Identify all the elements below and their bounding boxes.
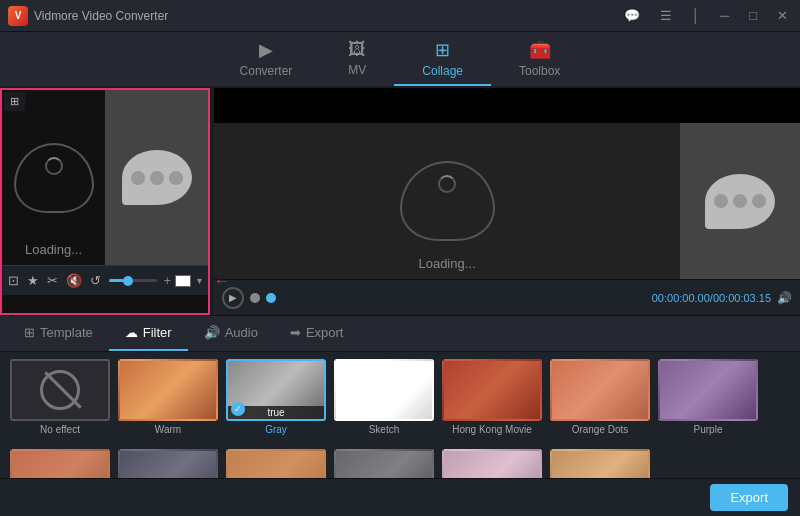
tab-collage[interactable]: ⊞ Collage (394, 32, 491, 86)
filter-r2-1[interactable] (6, 446, 114, 478)
filter-label-orange: Orange Dots (572, 424, 629, 435)
title-bar: V Vidmore Video Converter 💬 ☰ │ ─ □ ✕ (0, 0, 800, 32)
progress-dot-1 (250, 293, 260, 303)
menu-icon[interactable]: ☰ (656, 6, 676, 25)
tab-mv-label: MV (348, 63, 366, 77)
filter-orange-dots[interactable]: Orange Dots (546, 356, 654, 438)
strip-tab-audio-label: Audio (225, 325, 258, 340)
right-left-pane: Loading... (214, 123, 680, 279)
export-strip-icon: ➡ (290, 325, 301, 340)
rotate-icon[interactable]: ↺ (88, 272, 103, 289)
filter-label-purple: Purple (694, 424, 723, 435)
bubble-dot-2 (150, 171, 164, 185)
mv-icon: 🖼 (348, 39, 366, 60)
right-controls: ▶ 00:00:00.00/00:00:03.15 🔊 (214, 279, 800, 315)
tab-collage-label: Collage (422, 64, 463, 78)
filter-thumb-r2-2 (118, 449, 218, 478)
filter-label-warm: Warm (155, 424, 181, 435)
filter-thumb-r2-5 (442, 449, 542, 478)
right-video-main: Loading... (214, 123, 800, 279)
filter-label-sketch: Sketch (369, 424, 400, 435)
filter-purple[interactable]: Purple (654, 356, 762, 438)
loading-text-left: Loading... (25, 242, 82, 257)
filter-label-gray: Gray (265, 424, 287, 435)
red-arrow: ← (214, 272, 230, 290)
strip-tab-audio[interactable]: 🔊 Audio (188, 316, 274, 351)
close-button[interactable]: ✕ (773, 6, 792, 25)
volume-right-icon[interactable]: 🔊 (777, 291, 792, 305)
filter-hk-movie[interactable]: Hong Kong Movie (438, 356, 546, 438)
tab-converter-label: Converter (240, 64, 293, 78)
filter-row-2 (0, 442, 800, 478)
right-bubble-dot-2 (733, 194, 747, 208)
filter-thumb-r2-4 (334, 449, 434, 478)
progress-dot-2 (266, 293, 276, 303)
no-effect-icon (40, 370, 80, 410)
toolbox-icon: 🧰 (529, 39, 551, 61)
filter-r2-4[interactable] (330, 446, 438, 478)
filter-label-hk: Hong Kong Movie (452, 424, 532, 435)
crop-icon[interactable]: ⊡ (6, 272, 21, 289)
filter-r2-5[interactable] (438, 446, 546, 478)
filter-row-1: No effect Warm true ✓ Gray Sketch (0, 352, 800, 442)
filter-r2-3[interactable] (222, 446, 330, 478)
minimize-button[interactable]: ─ (716, 6, 733, 25)
tab-converter[interactable]: ▶ Converter (212, 32, 321, 86)
template-icon: ⊞ (24, 325, 35, 340)
filter-r2-2[interactable] (114, 446, 222, 478)
right-bubble-dot-1 (714, 194, 728, 208)
filter-gallery: No effect Warm true ✓ Gray Sketch (0, 352, 800, 478)
chat-icon[interactable]: 💬 (620, 6, 644, 25)
left-pane-dark: Loading... (2, 90, 105, 265)
filter-thumb-sketch (334, 359, 434, 421)
volume-icon[interactable]: 🔇 (64, 272, 84, 289)
tab-toolbox[interactable]: 🧰 Toolbox (491, 32, 588, 86)
export-button[interactable]: Export (710, 484, 788, 511)
separator: │ (688, 6, 704, 25)
play-button[interactable]: ▶ (222, 287, 244, 309)
right-top-bar (214, 88, 800, 123)
time-display: 00:00:00.00/00:00:03.15 (652, 292, 771, 304)
dropdown-arrow[interactable]: ▼ (195, 276, 204, 286)
color-swatch[interactable] (175, 275, 191, 287)
maximize-button[interactable]: □ (745, 6, 761, 25)
tab-toolbox-label: Toolbox (519, 64, 560, 78)
main-area: ⊞ Loading... (0, 88, 800, 516)
panel-toolbar-top: ⊞ (4, 92, 25, 111)
left-panel: ⊞ Loading... (0, 88, 210, 315)
strip-tab-export-label: Export (306, 325, 344, 340)
timeline-progress (109, 279, 124, 282)
collage-icon: ⊞ (435, 39, 450, 61)
preview-section: ⊞ Loading... (0, 88, 800, 316)
filter-r2-6[interactable] (546, 446, 654, 478)
right-bubble (705, 174, 775, 229)
filter-gray[interactable]: true ✓ Gray (222, 356, 330, 438)
bubble-dot-1 (131, 171, 145, 185)
timeline-thumb (123, 276, 133, 286)
filter-warm[interactable]: Warm (114, 356, 222, 438)
app-title: Vidmore Video Converter (34, 9, 168, 23)
bubble-dot-3 (169, 171, 183, 185)
filter-label-no-effect: No effect (40, 424, 80, 435)
plus-icon[interactable]: + (163, 273, 171, 288)
timeline-bar[interactable] (109, 279, 157, 282)
nav-bar: ▶ Converter 🖼 MV ⊞ Collage 🧰 Toolbox (0, 32, 800, 88)
filter-no-effect[interactable]: No effect (6, 356, 114, 438)
strip-tab-template[interactable]: ⊞ Template (8, 316, 109, 351)
brain-outline (14, 143, 94, 213)
strip-tab-template-label: Template (40, 325, 93, 340)
tab-mv[interactable]: 🖼 MV (320, 32, 394, 86)
right-right-pane (680, 123, 800, 279)
filter-thumb-gray: true ✓ (226, 359, 326, 421)
filter-thumb-orange (550, 359, 650, 421)
strip-tab-filter[interactable]: ☁ Filter (109, 316, 188, 351)
star-icon[interactable]: ★ (25, 272, 41, 289)
bottom-bar: Export (0, 478, 800, 516)
tab-strip: ⊞ Template ☁ Filter 🔊 Audio ➡ Export (0, 316, 800, 352)
check-badge: ✓ (231, 402, 245, 416)
scissors-icon[interactable]: ✂ (45, 272, 60, 289)
grid-icon[interactable]: ⊞ (8, 94, 21, 109)
filter-sketch[interactable]: Sketch (330, 356, 438, 438)
strip-tab-export[interactable]: ➡ Export (274, 316, 360, 351)
loading-spinner (45, 157, 63, 175)
